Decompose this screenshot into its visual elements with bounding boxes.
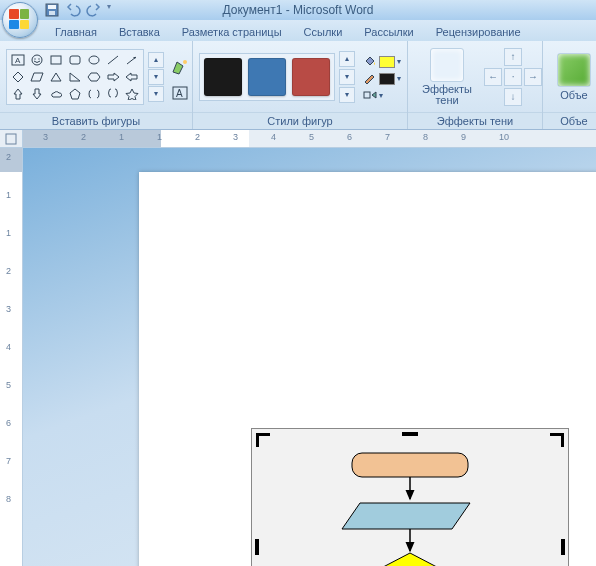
- tab-review[interactable]: Рецензирование: [425, 22, 532, 41]
- hruler-tick: 8: [423, 132, 428, 142]
- outline-color-swatch: [379, 73, 395, 85]
- tab-mailings[interactable]: Рассылки: [353, 22, 424, 41]
- shape-down-arrow-icon[interactable]: [28, 86, 46, 102]
- shadow-nudge-pad: ↑ ← · → ↓: [480, 44, 546, 110]
- shape-ellipse-icon[interactable]: [85, 52, 103, 68]
- svg-point-13: [183, 60, 187, 64]
- shadow-effects-button[interactable]: Эффекты тени: [414, 44, 480, 110]
- hruler-tick: 3: [233, 132, 238, 142]
- ruler-row: 32112345678910: [0, 130, 596, 148]
- shadow-up-icon[interactable]: ↑: [504, 48, 522, 66]
- drawing-canvas[interactable]: [251, 428, 569, 566]
- save-icon[interactable]: [44, 2, 60, 18]
- vruler-tick: 1: [6, 228, 11, 238]
- shape-right-arrow-icon[interactable]: [104, 69, 122, 85]
- ruler-corner[interactable]: [0, 130, 23, 148]
- cube-icon: [557, 53, 591, 87]
- shape-up-arrow-icon[interactable]: [9, 86, 27, 102]
- vertical-ruler[interactable]: 2112345678: [0, 148, 23, 566]
- group-label-insert-shapes: Вставить фигуры: [0, 112, 192, 129]
- gallery-more-icon[interactable]: ▾: [148, 86, 164, 102]
- tab-references[interactable]: Ссылки: [293, 22, 354, 41]
- pen-icon: [363, 72, 377, 86]
- vruler-tick: 8: [6, 494, 11, 504]
- vruler-tick: 5: [6, 380, 11, 390]
- style-gallery[interactable]: [199, 53, 335, 101]
- shape-arrow-line-icon[interactable]: [123, 52, 141, 68]
- text-box-icon[interactable]: A: [170, 82, 192, 104]
- shadow-toggle-icon[interactable]: ·: [504, 68, 522, 86]
- shape-process[interactable]: [352, 453, 468, 477]
- shape-outline-button[interactable]: ▾: [363, 72, 401, 86]
- shape-textbox-icon[interactable]: A: [9, 52, 27, 68]
- style-swatch-2[interactable]: [248, 58, 286, 96]
- shape-rounded-rect-icon[interactable]: [66, 52, 84, 68]
- svg-point-10: [89, 56, 99, 64]
- undo-icon[interactable]: [65, 2, 81, 18]
- shape-fill-button[interactable]: ▾: [363, 55, 401, 69]
- shape-brace-icon[interactable]: [104, 86, 122, 102]
- vruler-tick: 4: [6, 342, 11, 352]
- flowchart: [252, 429, 568, 566]
- redo-icon[interactable]: [86, 2, 102, 18]
- edit-shape-icon[interactable]: [170, 56, 192, 78]
- shape-decision[interactable]: [364, 553, 456, 566]
- shadow-down-icon[interactable]: ↓: [504, 88, 522, 106]
- shape-rectangle-icon[interactable]: [47, 52, 65, 68]
- shape-smiley-icon[interactable]: [28, 52, 46, 68]
- shadow-left-icon[interactable]: ←: [484, 68, 502, 86]
- change-shape-icon: [363, 89, 377, 103]
- 3d-effects-button[interactable]: Объе: [549, 49, 596, 105]
- change-shape-button[interactable]: ▾: [363, 89, 401, 103]
- horizontal-ruler[interactable]: 32112345678910: [23, 130, 596, 148]
- shape-parallelogram-icon[interactable]: [28, 69, 46, 85]
- hruler-tick: 3: [43, 132, 48, 142]
- group-3d-effects: Объе Объе: [543, 41, 596, 129]
- shape-hexagon-icon[interactable]: [85, 69, 103, 85]
- gallery-up-icon[interactable]: ▴: [148, 52, 164, 68]
- shape-pentagon-icon[interactable]: [66, 86, 84, 102]
- vruler-tick: 6: [6, 418, 11, 428]
- group-label-3d: Объе: [543, 112, 596, 129]
- shadow-effects-label: Эффекты тени: [422, 84, 472, 106]
- workspace: 2112345678: [0, 148, 596, 566]
- shadow-right-icon[interactable]: →: [524, 68, 542, 86]
- style-swatch-1[interactable]: [204, 58, 242, 96]
- ribbon: A: [0, 41, 596, 130]
- style-more-icon[interactable]: ▾: [339, 87, 355, 103]
- shape-triangle-icon[interactable]: [47, 69, 65, 85]
- office-button[interactable]: [2, 2, 38, 38]
- shape-bracket-icon[interactable]: [85, 86, 103, 102]
- shapes-gallery[interactable]: A: [6, 49, 144, 105]
- shape-line-icon[interactable]: [104, 52, 122, 68]
- gallery-down-icon[interactable]: ▾: [148, 69, 164, 85]
- hruler-tick: 5: [309, 132, 314, 142]
- tab-home[interactable]: Главная: [44, 22, 108, 41]
- hruler-tick: 1: [157, 132, 162, 142]
- qat-more-icon[interactable]: ▾: [107, 2, 123, 18]
- bucket-icon: [363, 55, 377, 69]
- shape-star-icon[interactable]: [123, 86, 141, 102]
- style-down-icon[interactable]: ▾: [339, 69, 355, 85]
- quick-access-toolbar: ▾: [44, 2, 123, 18]
- tab-page-layout[interactable]: Разметка страницы: [171, 22, 293, 41]
- hruler-tick: 6: [347, 132, 352, 142]
- shape-diamond-icon[interactable]: [9, 69, 27, 85]
- shadow-icon: [430, 48, 464, 82]
- style-swatch-3[interactable]: [292, 58, 330, 96]
- shape-cloud-icon[interactable]: [47, 86, 65, 102]
- edit-shape-column: A: [170, 50, 192, 104]
- svg-rect-9: [70, 56, 80, 64]
- style-up-icon[interactable]: ▴: [339, 51, 355, 67]
- svg-text:A: A: [15, 56, 21, 65]
- shape-data[interactable]: [342, 503, 470, 529]
- svg-rect-1: [48, 5, 56, 9]
- vruler-tick: 1: [6, 190, 11, 200]
- shape-left-arrow-icon[interactable]: [123, 69, 141, 85]
- shape-right-triangle-icon[interactable]: [66, 69, 84, 85]
- document-canvas[interactable]: [23, 148, 596, 566]
- svg-text:A: A: [176, 88, 183, 99]
- tab-insert[interactable]: Вставка: [108, 22, 171, 41]
- hruler-tick: 7: [385, 132, 390, 142]
- group-shadow-effects: Эффекты тени ↑ ← · → ↓ Эффекты тени: [408, 41, 543, 129]
